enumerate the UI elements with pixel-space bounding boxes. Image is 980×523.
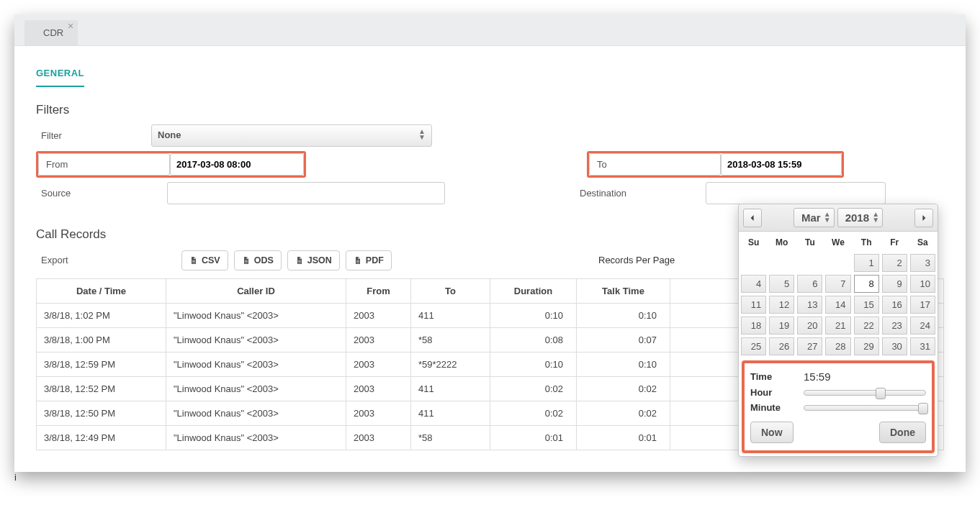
calendar-day[interactable]: 5 [769,275,794,293]
year-select[interactable]: 2018 ▲▼ [837,208,883,227]
to-input[interactable] [721,153,842,176]
dow-header: Sa [909,233,936,252]
filter-label: Filter [36,124,151,147]
export-pdf-button[interactable]: PDF [346,250,392,270]
done-button[interactable]: Done [879,422,926,443]
calendar-day[interactable]: 25 [741,337,766,355]
cell-duration: 0:02 [490,401,577,426]
col-datetime[interactable]: Date / Time [37,279,166,304]
col-callerid[interactable]: Caller ID [166,279,346,304]
export-csv-button[interactable]: CSV [181,250,228,270]
prev-month-button[interactable] [743,209,762,227]
cell-to: *58 [411,426,490,450]
cell-from: 2003 [346,426,411,450]
minute-slider[interactable] [804,405,926,411]
calendar-day[interactable]: 31 [910,337,935,355]
col-to[interactable]: To [411,279,490,304]
next-month-button[interactable] [914,209,933,227]
dow-header: Mo [768,233,795,252]
calendar-day[interactable]: 6 [797,275,822,293]
calendar-day[interactable]: 23 [882,317,907,335]
calendar-day[interactable]: 29 [854,337,879,355]
cell-talktime: 0:01 [577,426,670,450]
filter-value: None [158,129,181,140]
minute-label: Minute [750,402,791,413]
calendar-day[interactable]: 9 [882,275,907,293]
chevron-updown-icon: ▲▼ [824,212,831,223]
month-select[interactable]: Mar ▲▼ [794,208,835,227]
calendar-day[interactable]: 20 [797,317,822,335]
col-from[interactable]: From [346,279,411,304]
chevron-updown-icon: ▲▼ [872,212,879,223]
calendar-day[interactable]: 17 [910,296,935,314]
time-panel-highlight: Time 15:59 Hour Minute Now Done [742,360,935,453]
calendar-day[interactable]: 30 [882,337,907,355]
cell-datetime: 3/8/18, 1:00 PM [37,328,166,353]
calendar-day[interactable]: 24 [910,317,935,335]
now-button[interactable]: Now [750,422,794,443]
source-input[interactable] [167,182,445,204]
dow-header: We [824,233,851,252]
tab-general[interactable]: GENERAL [36,60,84,87]
cell-to: 411 [411,304,490,328]
calendar-day[interactable]: 18 [741,317,766,335]
cell-callerid: "Linwood Knaus" <2003> [166,426,346,450]
calendar-day[interactable]: 2 [882,254,907,272]
col-talktime[interactable]: Talk Time [577,279,670,304]
hour-label: Hour [750,387,791,398]
destination-label: Destination [575,182,706,204]
cell-datetime: 3/8/18, 12:50 PM [37,401,166,426]
calendar-day[interactable]: 12 [769,296,794,314]
to-field-highlight: To [587,151,844,178]
file-icon [189,255,198,265]
cell-to: *59*2222 [411,353,490,377]
export-json-button[interactable]: JSON [287,250,340,270]
cell-from: 2003 [346,401,411,426]
file-icon [242,255,251,265]
filters-section: Filters Filter None ▲▼ From To [14,87,966,212]
export-ods-button[interactable]: ODS [234,250,282,270]
calendar-day[interactable]: 7 [825,275,850,293]
cell-talktime: 0:02 [577,401,670,426]
datepicker-popup: Mar ▲▼ 2018 ▲▼ SuMoTuWeThFrSa 1234567891… [738,204,938,457]
calendar-day[interactable]: 14 [825,296,850,314]
cell-datetime: 3/8/18, 1:02 PM [37,304,166,328]
calendar-day[interactable]: 1 [854,254,879,272]
sub-tabs: GENERAL [14,46,966,87]
cell-datetime: 3/8/18, 12:49 PM [37,426,166,450]
tab-cdr[interactable]: CDR × [24,20,78,45]
cell-talktime: 0:10 [577,304,670,328]
cell-duration: 0:01 [490,426,577,450]
cell-callerid: "Linwood Knaus" <2003> [166,401,346,426]
calendar-day[interactable]: 10 [910,275,935,293]
calendar-day[interactable]: 19 [769,317,794,335]
cell-duration: 0:02 [490,377,577,401]
file-icon [354,255,362,265]
calendar-day[interactable]: 4 [741,275,766,293]
calendar-day[interactable]: 21 [825,317,850,335]
col-duration[interactable]: Duration [490,279,577,304]
hour-slider[interactable] [804,390,926,396]
calendar-day[interactable]: 8 [854,275,879,293]
calendar-day[interactable]: 16 [882,296,907,314]
file-icon [295,255,304,265]
destination-input[interactable] [706,182,886,204]
cell-to: *58 [411,328,490,353]
calendar-day[interactable]: 15 [854,296,879,314]
filter-select[interactable]: None ▲▼ [151,124,432,147]
calendar-day[interactable]: 26 [769,337,794,355]
records-per-page-label: Records Per Page [598,255,675,265]
dow-header: Tu [796,233,823,252]
from-input[interactable] [170,153,304,176]
calendar-day[interactable]: 13 [797,296,822,314]
calendar-day[interactable]: 22 [854,317,879,335]
cell-from: 2003 [346,304,411,328]
dow-header: Fr [881,233,908,252]
calendar-day[interactable]: 11 [741,296,766,314]
calendar-day[interactable]: 3 [910,254,935,272]
close-icon[interactable]: × [68,20,73,32]
cell-callerid: "Linwood Knaus" <2003> [166,304,346,328]
calendar-day[interactable]: 27 [797,337,822,355]
window-tabbar: CDR × [14,14,966,45]
calendar-day[interactable]: 28 [825,337,850,355]
